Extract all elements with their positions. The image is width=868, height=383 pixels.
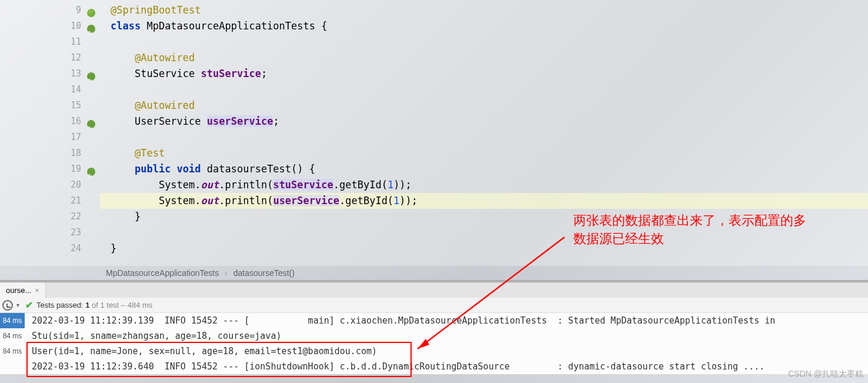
spring-bean-icon[interactable] <box>86 117 95 126</box>
gutter-empty <box>86 101 95 111</box>
line-number: 17 <box>71 129 81 145</box>
console-line: 2022-03-19 11:12:39.640 INFO 15452 --- [… <box>0 359 868 374</box>
chevron-down-icon[interactable]: ▾ <box>16 302 19 308</box>
token-anno: @Autowired <box>135 99 195 111</box>
token-type: UserService <box>135 115 207 127</box>
line-number: 13 <box>71 66 81 82</box>
token-plain: { <box>321 20 327 32</box>
token-plain: System. <box>159 179 201 191</box>
line-number: 19 <box>71 161 81 177</box>
test-status-bar: ▾ ✔ Tests passed: 1 of 1 test – 484 ms <box>0 298 868 313</box>
console-text: 2022-03-19 11:12:39.640 INFO 15452 --- [… <box>25 359 764 374</box>
code-line[interactable]: System.out.println(stuService.getById(1)… <box>100 177 868 193</box>
token-anno: @Test <box>135 147 165 159</box>
breadcrumb[interactable]: MpDatasourceApplicationTests › datasours… <box>0 266 868 280</box>
token-plain: } <box>111 242 116 254</box>
console-line: 84 msStu(sid=1, sname=zhangsan, age=18, … <box>0 328 868 344</box>
token-num: 1 <box>393 195 399 207</box>
token-plain: () { <box>291 163 315 175</box>
breadcrumb-class[interactable]: MpDatasourceApplicationTests <box>106 268 219 278</box>
code-line[interactable]: class MpDatasourceApplicationTests { <box>100 18 868 34</box>
tests-passed-count: 1 <box>85 301 89 309</box>
token-field-warn: stuService <box>273 179 333 191</box>
token-field-italic: out <box>201 179 219 191</box>
breadcrumb-separator: › <box>225 268 228 278</box>
code-line[interactable] <box>100 82 868 98</box>
console-text: 2022-03-19 11:12:39.139 INFO 15452 --- [… <box>25 313 775 328</box>
console-line: 84 msUser(id=1, name=Jone, sex=null, age… <box>0 344 868 359</box>
breadcrumb-method[interactable]: datasourseTest() <box>233 268 295 278</box>
gutter-line: 18 <box>0 145 100 161</box>
spring-bean-icon[interactable] <box>86 165 95 174</box>
line-number: 11 <box>71 34 81 50</box>
code-line[interactable] <box>100 129 868 145</box>
token-method: datasourseTest <box>207 163 291 175</box>
history-icon[interactable] <box>2 300 13 311</box>
gutter-empty <box>86 244 95 254</box>
line-number: 23 <box>71 225 81 241</box>
line-number: 18 <box>71 145 81 161</box>
token-type: StuService <box>135 68 201 79</box>
console-tab[interactable]: ourse... × <box>0 282 46 298</box>
gutter-line: 14 <box>0 82 100 98</box>
line-number: 16 <box>71 114 81 129</box>
gutter: 9101112131415161718192021222324 <box>0 0 100 266</box>
token-plain: } <box>135 211 141 222</box>
gutter-line: 16 <box>0 114 100 129</box>
spring-bean-icon[interactable] <box>86 22 95 31</box>
gutter-line: 21 <box>0 193 100 209</box>
code-line[interactable]: System.out.println(userService.getById(1… <box>100 193 868 209</box>
gutter-line: 9 <box>0 2 100 18</box>
code-line[interactable]: @SpringBootTest <box>100 2 868 18</box>
code-line[interactable]: @Autowired <box>100 50 868 66</box>
gutter-line: 15 <box>0 98 100 114</box>
gutter-line: 20 <box>0 177 100 193</box>
token-field: stuService <box>201 68 261 79</box>
code-line[interactable]: @Autowired <box>100 98 868 114</box>
token-kw: class <box>111 20 146 32</box>
console-output[interactable]: 84 ms2022-03-19 11:12:39.139 INFO 15452 … <box>0 313 868 374</box>
annotation-line-2: 数据源已经生效 <box>573 230 806 248</box>
spring-leaf-icon[interactable] <box>86 6 95 15</box>
gutter-line: 19 <box>0 161 100 177</box>
token-plain: ; <box>261 68 267 79</box>
duration-badge[interactable]: 84 ms <box>0 328 25 344</box>
token-plain: .println( <box>219 179 273 191</box>
token-field-italic: out <box>201 195 219 207</box>
console-tab-bar: ourse... × <box>0 282 868 298</box>
line-number: 12 <box>71 50 81 66</box>
code-line[interactable]: @Test <box>100 145 868 161</box>
duration-badge[interactable]: 84 ms <box>0 344 25 359</box>
tests-passed-label: Tests passed: <box>36 301 84 309</box>
spring-bean-icon[interactable] <box>86 69 95 79</box>
duration-badge[interactable] <box>0 359 25 374</box>
code-line[interactable] <box>100 34 868 50</box>
code-line[interactable]: StuService stuService; <box>100 66 868 82</box>
gutter-empty <box>86 149 95 158</box>
console-text: Stu(sid=1, sname=zhangsan, age=18, cours… <box>25 328 281 344</box>
console-line: 84 ms2022-03-19 11:12:39.139 INFO 15452 … <box>0 313 868 328</box>
gutter-line: 23 <box>0 225 100 241</box>
code-line[interactable]: public void datasourseTest() { <box>100 161 868 177</box>
check-icon: ✔ <box>25 299 33 311</box>
annotation-line-1: 两张表的数据都查出来了，表示配置的多 <box>573 212 806 230</box>
line-number: 24 <box>71 241 81 257</box>
gutter-line: 10 <box>0 18 100 34</box>
watermark: CSDN @扎哇太枣糕 <box>788 369 863 379</box>
token-anno: @SpringBootTest <box>111 4 201 16</box>
token-type: MpDatasourceApplicationTests <box>146 20 321 32</box>
tab-label: ourse... <box>6 286 31 295</box>
token-plain: )); <box>393 179 412 191</box>
gutter-empty <box>86 197 95 206</box>
token-field-warn: userService <box>207 115 273 127</box>
token-plain: .println( <box>219 195 273 207</box>
close-icon[interactable]: × <box>35 286 39 295</box>
gutter-line: 22 <box>0 209 100 225</box>
token-field-warn: userService <box>273 195 339 207</box>
gutter-line: 17 <box>0 129 100 145</box>
test-status-text: Tests passed: 1 of 1 test – 484 ms <box>36 301 152 309</box>
duration-badge[interactable]: 84 ms <box>0 313 25 328</box>
code-line[interactable]: UserService userService; <box>100 114 868 129</box>
token-plain: .getById( <box>339 195 393 207</box>
line-number: 9 <box>76 2 81 18</box>
